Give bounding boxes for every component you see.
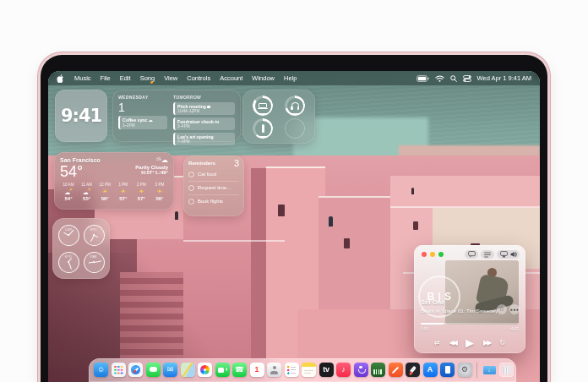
dock-icon-messages[interactable] xyxy=(146,363,161,377)
track-title: Beats In Space 01: Tim Sweeney xyxy=(421,308,501,314)
shuffle-button[interactable]: ⇄ xyxy=(434,339,440,347)
world-clock-widget[interactable]: CUP NYC KYO PAR xyxy=(52,218,110,279)
dock-icon-settings[interactable]: ⚙ xyxy=(458,363,472,377)
calendar-event[interactable]: Fundraiser check-in 3–4PM xyxy=(173,117,235,131)
dock-icon-synth-app[interactable] xyxy=(371,363,385,377)
dock-icon-maps[interactable] xyxy=(181,363,195,377)
dock-icon-mail[interactable]: ✉ xyxy=(163,363,177,377)
music-mini-player-window[interactable]: B | S Set One Beats In Space 01: Tim Swe… xyxy=(414,245,525,353)
next-track-button[interactable]: ▶▶ xyxy=(483,339,490,347)
dock-icon-downloads-folder[interactable] xyxy=(482,363,497,377)
reminder-item[interactable]: Request time… xyxy=(188,182,239,195)
reminders-widget[interactable]: Reminders 3 Cat food Request time… Book … xyxy=(183,156,244,216)
zoom-window-button[interactable] xyxy=(438,252,444,257)
sun-icon: ☀ xyxy=(120,188,126,195)
favorite-star-button[interactable]: ☆ xyxy=(497,304,507,314)
output-volume-pill[interactable] xyxy=(497,250,520,259)
dock-icon-safari[interactable] xyxy=(128,363,143,377)
hourly-forecast: 12 PM ☀ 56° xyxy=(96,183,113,201)
cloud-icon: ☁ xyxy=(149,117,153,123)
calendar-event[interactable]: Lea's art opening 7–9PM xyxy=(173,133,235,146)
more-options-button[interactable]: ●●● xyxy=(509,304,520,314)
close-window-button[interactable] xyxy=(422,252,427,257)
progress-fill xyxy=(421,323,444,325)
playback-progress-bar[interactable] xyxy=(421,323,519,325)
dock-icon-tv[interactable]: tv xyxy=(319,363,334,377)
recording-indicator-dot xyxy=(150,81,153,84)
empty-battery-ring xyxy=(285,118,305,139)
laptop-battery-ring xyxy=(253,96,273,116)
event-time: 11AM–12PM xyxy=(177,109,232,113)
wifi-icon[interactable] xyxy=(435,75,444,82)
reminder-checkbox[interactable] xyxy=(188,172,194,177)
menu-edit[interactable]: Edit xyxy=(120,74,131,82)
dock-icon-notes[interactable] xyxy=(302,363,316,377)
calendar-tomorrow-label: TOMORROW xyxy=(173,95,235,100)
dock-icon-document-app[interactable] xyxy=(440,363,455,377)
dock-icon-reminders[interactable] xyxy=(285,363,299,377)
dock-icon-calendar[interactable]: 1 xyxy=(250,363,264,377)
repeat-button[interactable]: ↻ xyxy=(499,339,505,347)
menu-view[interactable]: View xyxy=(164,74,177,82)
event-time: 1–2PM xyxy=(122,123,165,128)
minute-hand xyxy=(94,260,101,262)
headphones-icon xyxy=(291,102,299,108)
airplay-icon[interactable] xyxy=(500,251,508,258)
menu-file[interactable]: File xyxy=(101,74,111,82)
clock-widget[interactable]: 9:41 xyxy=(55,90,107,142)
menu-help[interactable]: Help xyxy=(284,74,297,82)
dock-icon-phone[interactable]: ☎ xyxy=(232,363,247,377)
dock-icon-app-store[interactable]: A xyxy=(423,363,438,377)
apple-menu-icon[interactable] xyxy=(57,74,64,83)
menu-music[interactable]: Music xyxy=(74,74,91,82)
search-icon[interactable] xyxy=(450,75,457,82)
calendar-event[interactable]: Pitch meeting 11AM–12PM xyxy=(173,102,235,116)
dock-icon-music[interactable]: ♪ xyxy=(336,363,351,377)
weather-high-low: H:57° L:49° xyxy=(135,170,168,175)
menu-window[interactable]: Window xyxy=(252,74,275,82)
minimize-window-button[interactable] xyxy=(430,252,435,257)
hour-label: 12 PM xyxy=(96,183,113,187)
control-center-icon[interactable] xyxy=(463,75,471,82)
reminder-checkbox[interactable] xyxy=(188,199,194,205)
video-call-icon xyxy=(207,106,210,108)
play-button[interactable]: ▶ xyxy=(466,336,474,349)
hour-label: 3 PM xyxy=(151,183,168,187)
dock-icon-drawing-app[interactable] xyxy=(389,363,403,377)
clock-widget-time: 9:41 xyxy=(61,106,101,126)
dock-icon-rocket-app[interactable] xyxy=(406,363,420,377)
ledge xyxy=(390,206,540,208)
remaining-time: -4:02 xyxy=(510,327,519,331)
dock-icon-photos[interactable] xyxy=(198,363,212,377)
calendar-widget[interactable]: WEDNESDAY 1 Coffee sync ☁ 1–2PM TOMORROW… xyxy=(112,90,241,142)
menu-controls[interactable]: Controls xyxy=(187,74,210,82)
volume-icon[interactable] xyxy=(510,251,517,258)
batteries-widget[interactable] xyxy=(242,90,315,144)
previous-track-button[interactable]: ◀◀ xyxy=(449,339,456,347)
window-slit xyxy=(278,205,285,216)
hour-label: 1 PM xyxy=(115,183,132,187)
reminder-item[interactable]: Cat food xyxy=(188,168,239,182)
reminder-item[interactable]: Book flights xyxy=(188,195,239,208)
dock-icon-podcasts[interactable] xyxy=(354,363,368,377)
menu-bar-clock[interactable]: Wed Apr 1 9:41 AM xyxy=(477,74,531,82)
reminders-title: Reminders xyxy=(188,160,215,166)
dock: ☺ ✉ ☎ 1 tv ♪ A ⚙ xyxy=(89,358,516,382)
calendar-event[interactable]: Coffee sync ☁ 1–2PM xyxy=(118,116,167,129)
analog-clock: PAR xyxy=(84,252,105,273)
hourly-forecast: 10 AM ☀☁ 54° xyxy=(60,183,77,201)
reminder-checkbox[interactable] xyxy=(188,185,194,191)
lyrics-button[interactable] xyxy=(465,250,478,259)
battery-icon[interactable] xyxy=(416,75,429,82)
hour-label: 2 PM xyxy=(133,183,150,187)
menu-account[interactable]: Account xyxy=(220,74,242,82)
weather-widget[interactable]: San Francisco 54° ⛅︎☁ Partly Cloudy H:57… xyxy=(54,152,174,210)
dock-icon-contacts[interactable] xyxy=(267,363,281,377)
dock-icon-facetime[interactable] xyxy=(215,363,230,377)
dock-icon-launchpad[interactable] xyxy=(112,363,126,377)
menu-bar: Music File Edit Song View Controls Accou… xyxy=(48,71,540,85)
hour-temp: 57° xyxy=(115,196,132,201)
dock-icon-finder[interactable]: ☺ xyxy=(94,363,108,377)
queue-button[interactable] xyxy=(481,250,494,259)
dock-icon-trash[interactable] xyxy=(499,363,514,377)
